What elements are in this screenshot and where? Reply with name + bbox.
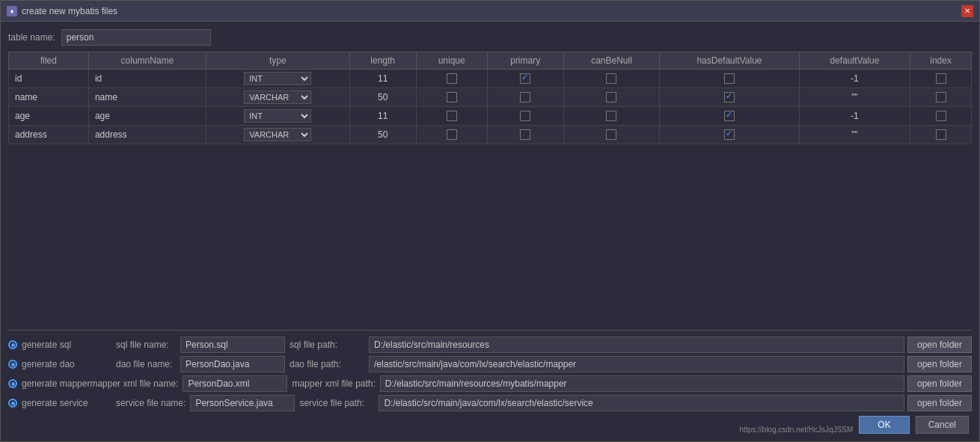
col-unique: unique bbox=[416, 52, 487, 70]
table-cell bbox=[660, 88, 800, 107]
service-path-label: service file path: bbox=[299, 398, 374, 408]
data-table-wrap: filed columnName type length unique prim… bbox=[8, 52, 972, 324]
service-file-name-label: service file name: bbox=[116, 398, 186, 408]
table-cell bbox=[563, 70, 659, 88]
table-cell bbox=[660, 107, 800, 126]
sql-row: generate sql sql file name: sql file pat… bbox=[8, 337, 972, 353]
table-row: namenameINTVARCHARTEXTDATEBIGINTFLOATDOU… bbox=[9, 88, 972, 107]
mapper-file-name-input[interactable] bbox=[183, 375, 287, 392]
generate-mapper-radio[interactable] bbox=[8, 379, 17, 388]
table-row: ageageINTVARCHARTEXTDATEBIGINTFLOATDOUBL… bbox=[9, 107, 972, 126]
table-cell bbox=[563, 107, 659, 126]
dialog-content: table name: filed columnName type length… bbox=[1, 22, 979, 441]
col-length: length bbox=[349, 52, 416, 70]
table-cell bbox=[563, 126, 659, 144]
sql-path-input[interactable] bbox=[369, 337, 904, 353]
columns-table: filed columnName type length unique prim… bbox=[8, 52, 972, 144]
table-name-input[interactable] bbox=[61, 29, 211, 46]
sql-path-label: sql file path: bbox=[290, 340, 364, 350]
generate-service-label: generate service bbox=[22, 398, 111, 408]
table-cell bbox=[416, 107, 487, 126]
col-canBeNull: canBeNull bbox=[563, 52, 659, 70]
table-cell bbox=[660, 126, 800, 144]
table-cell: "" bbox=[799, 126, 910, 144]
table-cell: address bbox=[9, 126, 89, 144]
col-type: type bbox=[206, 52, 350, 70]
col-primary: primary bbox=[487, 52, 563, 70]
table-cell: INTVARCHARTEXTDATEBIGINTFLOATDOUBLE bbox=[206, 126, 350, 144]
service-open-folder-btn[interactable]: open folder bbox=[907, 395, 972, 411]
col-index: index bbox=[910, 52, 972, 70]
table-cell: INTVARCHARTEXTDATEBIGINTFLOATDOUBLE bbox=[206, 88, 350, 107]
options-section: generate sql sql file name: sql file pat… bbox=[8, 330, 972, 434]
table-cell: name bbox=[9, 88, 89, 107]
dao-open-folder-btn[interactable]: open folder bbox=[907, 356, 972, 372]
table-cell bbox=[487, 88, 563, 107]
table-cell bbox=[660, 70, 800, 88]
col-defaultValue: defaultValue bbox=[799, 52, 910, 70]
table-cell bbox=[416, 88, 487, 107]
col-hasDefaultValue: hasDefaultValue bbox=[660, 52, 800, 70]
mapper-path-label: mapper xml file path: bbox=[292, 378, 375, 389]
mapper-path-input[interactable] bbox=[380, 375, 904, 392]
table-cell bbox=[487, 126, 563, 144]
table-cell bbox=[910, 107, 972, 126]
table-row: ididINTVARCHARTEXTDATEBIGINTFLOATDOUBLE1… bbox=[9, 70, 972, 88]
col-columnName: columnName bbox=[88, 52, 206, 70]
dialog-title: create new mybatis files bbox=[22, 6, 117, 16]
table-cell: INTVARCHARTEXTDATEBIGINTFLOATDOUBLE bbox=[206, 107, 350, 126]
watermark: https://blog.csdn.net/HcJsJqJSSM bbox=[740, 426, 854, 434]
table-cell: 50 bbox=[349, 88, 416, 107]
table-cell bbox=[487, 70, 563, 88]
close-button[interactable]: ✕ bbox=[961, 5, 973, 17]
cancel-button[interactable]: Cancel bbox=[916, 416, 969, 434]
dialog-window: ♦ create new mybatis files ✕ table name:… bbox=[0, 0, 980, 442]
table-cell bbox=[563, 88, 659, 107]
generate-dao-label: generate dao bbox=[22, 359, 111, 369]
table-cell bbox=[910, 88, 972, 107]
dao-row: generate dao dao file name: dao file pat… bbox=[8, 356, 972, 372]
table-cell bbox=[416, 126, 487, 144]
ok-button[interactable]: OK bbox=[859, 416, 909, 434]
mapper-open-folder-btn[interactable]: open folder bbox=[907, 375, 972, 392]
dao-path-label: dao file path: bbox=[290, 359, 364, 369]
table-cell: name bbox=[88, 88, 206, 107]
table-cell bbox=[416, 70, 487, 88]
mapper-row: generate mappermapper xml file name: map… bbox=[8, 375, 972, 392]
app-icon: ♦ bbox=[7, 6, 17, 16]
dao-file-name-input[interactable] bbox=[180, 356, 285, 372]
table-name-label: table name: bbox=[8, 32, 55, 43]
table-body: ididINTVARCHARTEXTDATEBIGINTFLOATDOUBLE1… bbox=[9, 70, 972, 144]
sql-file-name-input[interactable] bbox=[180, 337, 285, 353]
table-cell: id bbox=[88, 70, 206, 88]
generate-sql-radio[interactable] bbox=[8, 340, 17, 349]
generate-sql-label: generate sql bbox=[22, 340, 111, 350]
service-path-input[interactable] bbox=[379, 395, 904, 411]
table-cell: age bbox=[9, 107, 89, 126]
title-bar: ♦ create new mybatis files ✕ bbox=[1, 1, 979, 22]
table-cell: 11 bbox=[349, 107, 416, 126]
table-cell bbox=[910, 70, 972, 88]
table-cell bbox=[910, 126, 972, 144]
table-cell: 11 bbox=[349, 70, 416, 88]
service-file-name-input[interactable] bbox=[190, 395, 295, 411]
dao-path-input[interactable] bbox=[369, 356, 904, 372]
table-cell: INTVARCHARTEXTDATEBIGINTFLOATDOUBLE bbox=[206, 70, 350, 88]
generate-mapper-label: generate mappermapper xml file name: bbox=[22, 378, 178, 389]
table-cell: "" bbox=[799, 88, 910, 107]
table-name-row: table name: bbox=[8, 29, 972, 46]
table-cell: -1 bbox=[799, 107, 910, 126]
table-cell bbox=[487, 107, 563, 126]
table-cell: id bbox=[9, 70, 89, 88]
table-cell: age bbox=[88, 107, 206, 126]
col-filed: filed bbox=[9, 52, 89, 70]
generate-service-radio[interactable] bbox=[8, 399, 17, 408]
sql-open-folder-btn[interactable]: open folder bbox=[907, 337, 972, 353]
bottom-buttons: https://blog.csdn.net/HcJsJqJSSM OK Canc… bbox=[8, 416, 972, 434]
table-cell: -1 bbox=[799, 70, 910, 88]
generate-dao-radio[interactable] bbox=[8, 360, 17, 369]
service-row: generate service service file name: serv… bbox=[8, 395, 972, 411]
table-cell: address bbox=[88, 126, 206, 144]
table-cell: 50 bbox=[349, 126, 416, 144]
sql-file-name-label: sql file name: bbox=[116, 340, 176, 350]
